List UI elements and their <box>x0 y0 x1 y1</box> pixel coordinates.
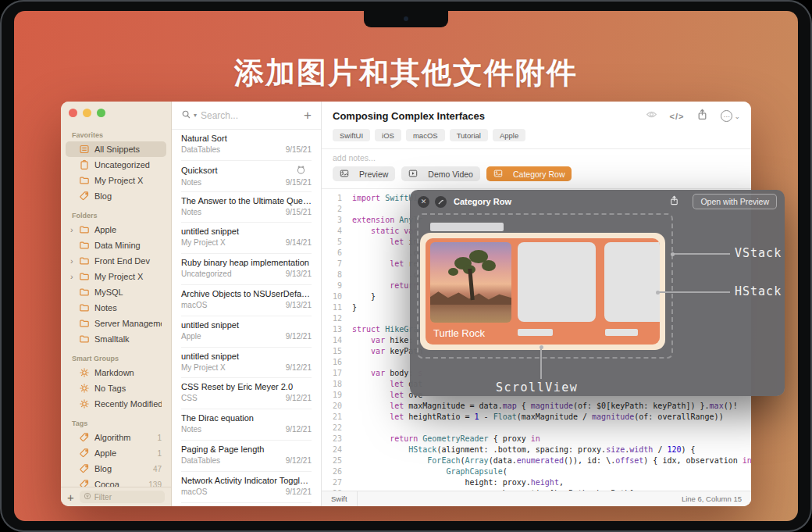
sidebar-item-notes[interactable]: Notes <box>66 300 166 316</box>
github-icon <box>296 165 307 176</box>
snippet-row[interactable]: CSS Reset by Eric Meyer 2.0CSS9/12/21 <box>172 378 321 409</box>
chevron-right-icon[interactable]: › <box>70 273 79 281</box>
popup-share-icon[interactable] <box>669 195 679 209</box>
sidebar-item-blog[interactable]: Blog47 <box>66 461 166 477</box>
markup-icon[interactable] <box>435 196 447 208</box>
sidebar-item-smalltalk[interactable]: Smalltalk <box>66 331 166 347</box>
sidebar-item-blog[interactable]: Blog <box>66 188 166 204</box>
search-icon[interactable] <box>181 109 191 123</box>
snippet-row-title: CSS Reset by Eric Meyer 2.0 <box>181 382 312 391</box>
line-number: 2 <box>322 204 342 215</box>
more-menu-button[interactable]: …⌄ <box>721 110 740 122</box>
sidebar-item-uncategorized[interactable]: Uncategorized <box>66 157 166 173</box>
attachment-preview[interactable]: Preview <box>333 166 395 181</box>
sidebar-item-recently-modified[interactable]: Recently Modified <box>66 396 166 412</box>
tag-icon <box>79 432 90 443</box>
tag-chip-tutorial[interactable]: Tutorial <box>450 129 488 141</box>
attachment-category-row[interactable]: Category Row <box>486 166 572 181</box>
chevron-right-icon[interactable]: › <box>70 257 79 266</box>
line-number: 8 <box>322 270 342 280</box>
tag-chip-apple[interactable]: Apple <box>493 129 525 141</box>
sidebar-item-my-project-x[interactable]: ›My Project X <box>66 269 166 284</box>
snippet-row-title: Quicksort <box>181 166 296 175</box>
snippet-row[interactable]: QuicksortNotes9/15/21 <box>172 161 321 192</box>
minimize-window-button[interactable] <box>83 109 91 117</box>
snippet-row[interactable]: Paging & Page lengthDataTables9/12/21 <box>172 441 321 472</box>
sidebar-item-label: Recently Modified <box>94 399 162 409</box>
sidebar-item-label: Apple <box>94 448 157 458</box>
gear-icon <box>79 367 90 378</box>
sidebar-item-mysql[interactable]: MySQL <box>66 284 166 300</box>
item-count-badge: 47 <box>153 465 162 473</box>
snippet-row-date: 9/14/21 <box>286 238 312 247</box>
snippet-row[interactable]: The Dirac equationNotes9/12/21 <box>172 409 321 441</box>
close-window-button[interactable] <box>69 109 77 117</box>
snippet-list: ▾ Search... + Natural SortDataTables9/15… <box>172 102 322 506</box>
snippet-row-date: 9/12/21 <box>286 456 312 465</box>
snippet-row[interactable]: The Answer to the Ultimate QuestionNotes… <box>172 192 321 223</box>
snippet-row[interactable]: Natural SortDataTables9/15/21 <box>172 130 321 161</box>
line-number: 4 <box>322 226 342 237</box>
item-count-badge: 139 <box>148 480 162 487</box>
source-code-icon[interactable]: </> <box>670 112 685 121</box>
sidebar-item-server-management[interactable]: Server Management <box>66 316 166 331</box>
line-number: 22 <box>322 423 342 434</box>
snippet-row[interactable]: Ruby binary heap implementationUncategor… <box>172 254 321 285</box>
hstack-connector-line <box>658 291 730 293</box>
sidebar-item-all-snippets[interactable]: All Snippets <box>66 141 166 157</box>
sidebar-section-title-smart-groups: Smart Groups <box>72 355 171 362</box>
snippet-row-title: Archive Objects to NSUserDefaults <box>181 289 312 298</box>
sidebar-item-algorithm[interactable]: Algorithm1 <box>66 430 166 445</box>
sidebar-item-front-end-dev[interactable]: ›Front End Dev <box>66 253 166 269</box>
language-selector[interactable]: Swift <box>322 491 358 506</box>
filter-input[interactable]: Filter <box>80 491 165 503</box>
snippet-row[interactable]: Network Activity Indicator Toggle Vi...m… <box>172 472 321 503</box>
snippet-row-folder: Uncategorized <box>181 270 231 278</box>
close-icon[interactable]: ✕ <box>418 196 429 208</box>
sidebar-item-no-tags[interactable]: No Tags <box>66 380 166 396</box>
placeholder-bar <box>430 223 504 231</box>
attachment-preview-popup: ✕ Category Row Open with Preview <box>410 190 785 396</box>
sidebar-item-label: Smalltalk <box>94 334 162 344</box>
sidebar-item-markdown[interactable]: Markdown <box>66 365 166 380</box>
snippet-row[interactable]: untitled snippetMy Project X9/14/21 <box>172 223 321 254</box>
folder-icon <box>79 175 90 186</box>
search-input[interactable]: Search... <box>201 110 300 121</box>
sidebar-item-apple[interactable]: ›Apple <box>66 222 166 237</box>
attachment-demo-video[interactable]: Demo Video <box>401 166 480 181</box>
line-number: 21 <box>322 412 342 423</box>
sidebar-section-title-tags: Tags <box>72 420 171 427</box>
popup-title: Category Row <box>454 197 664 206</box>
placeholder-card <box>518 242 596 322</box>
notes-field[interactable]: add notes... <box>322 149 751 164</box>
image-icon <box>493 169 504 180</box>
sidebar-item-my-project-x[interactable]: My Project X <box>66 173 166 188</box>
tag-chip-macos[interactable]: macOS <box>406 129 445 141</box>
snippet-row[interactable]: untitled snippetApple9/12/21 <box>172 316 321 348</box>
snippet-row[interactable]: Archive Objects to NSUserDefaultsmacOS9/… <box>172 285 321 316</box>
search-scope-chevron-icon[interactable]: ▾ <box>194 112 197 119</box>
snippet-row-date: 9/12/21 <box>286 363 312 372</box>
open-with-preview-button[interactable]: Open with Preview <box>693 194 777 209</box>
code-line: 22 <box>322 423 751 434</box>
sidebar-item-apple[interactable]: Apple1 <box>66 445 166 461</box>
tag-chip-swiftui[interactable]: SwiftUI <box>333 129 370 141</box>
tag-chip-ios[interactable]: iOS <box>375 129 401 141</box>
sidebar-item-data-mining[interactable]: Data Mining <box>66 237 166 253</box>
new-snippet-button[interactable]: + <box>304 108 312 123</box>
code-line: 25 ForEach(Array(data.enumerated()), id:… <box>322 455 751 466</box>
snippet-row-date: 9/12/21 <box>286 425 312 434</box>
vstack-connector-line <box>672 253 730 255</box>
snippet-row-folder: Notes <box>181 425 201 434</box>
code-line: 23 return GeometryReader { proxy in <box>322 434 751 445</box>
camera-notch <box>364 11 448 27</box>
sidebar-item-cocoa[interactable]: Cocoa139 <box>66 477 166 487</box>
preview-eye-icon[interactable] <box>646 109 657 123</box>
add-group-button[interactable]: + <box>67 491 74 503</box>
chevron-right-icon[interactable]: › <box>70 226 79 234</box>
snippet-row[interactable]: untitled snippetMy Project X9/12/21 <box>172 348 321 379</box>
preview-image[interactable]: Turtle Rock <box>420 233 665 350</box>
share-icon[interactable] <box>696 109 708 123</box>
snippet-row-title: The Answer to the Ultimate Question <box>181 196 312 205</box>
zoom-window-button[interactable] <box>97 109 105 117</box>
